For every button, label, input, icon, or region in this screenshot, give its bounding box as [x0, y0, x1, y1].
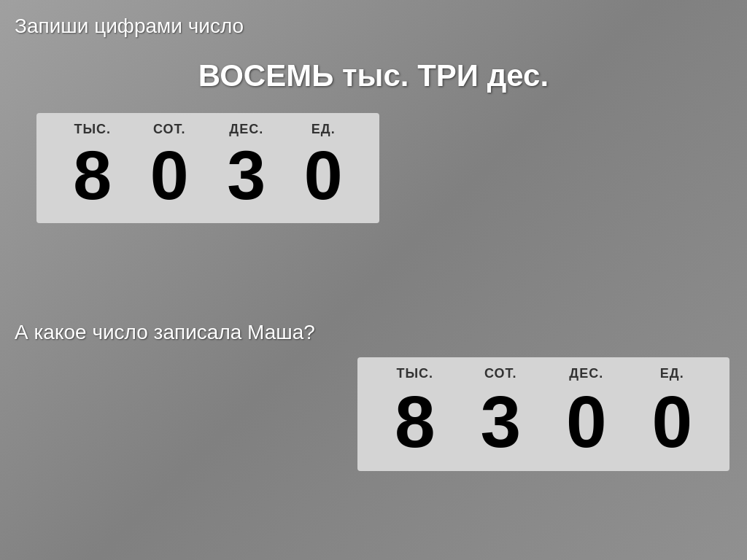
bottom-header-tys: ТЫС.	[393, 366, 437, 381]
bottom-digit-des: 0	[565, 385, 608, 458]
bottom-card-headers: ТЫС. СОТ. ДЕС. ЕД.	[372, 366, 715, 381]
top-header-ed: ЕД.	[301, 122, 345, 137]
bottom-header-des: ДЕС.	[565, 366, 608, 381]
bottom-digit-ed: 0	[650, 385, 694, 458]
main-number-text: ВОСЕМЬ тыс. ТРИ дес.	[198, 58, 549, 93]
top-digit-des: 3	[225, 141, 268, 210]
top-digit-ed: 0	[301, 141, 345, 210]
bottom-card-digits: 8 3 0 0	[372, 385, 715, 458]
bottom-question: А какое число записала Маша?	[15, 321, 315, 344]
top-digit-tys: 8	[71, 141, 115, 210]
bottom-digit-tys: 8	[393, 385, 437, 458]
page-title: Запиши цифрами число	[15, 15, 244, 38]
bottom-header-ed: ЕД.	[650, 366, 694, 381]
top-header-tys: ТЫС.	[71, 122, 115, 137]
bottom-number-card: ТЫС. СОТ. ДЕС. ЕД. 8 3 0 0	[357, 357, 729, 471]
top-header-des: ДЕС.	[225, 122, 268, 137]
bottom-header-sot: СОТ.	[479, 366, 522, 381]
top-number-card: ТЫС. СОТ. ДЕС. ЕД. 8 0 3 0	[36, 113, 379, 223]
top-digit-sot: 0	[147, 141, 191, 210]
top-card-digits: 8 0 3 0	[54, 141, 362, 210]
top-header-sot: СОТ.	[147, 122, 191, 137]
bottom-digit-sot: 3	[479, 385, 522, 458]
top-card-headers: ТЫС. СОТ. ДЕС. ЕД.	[54, 122, 362, 137]
